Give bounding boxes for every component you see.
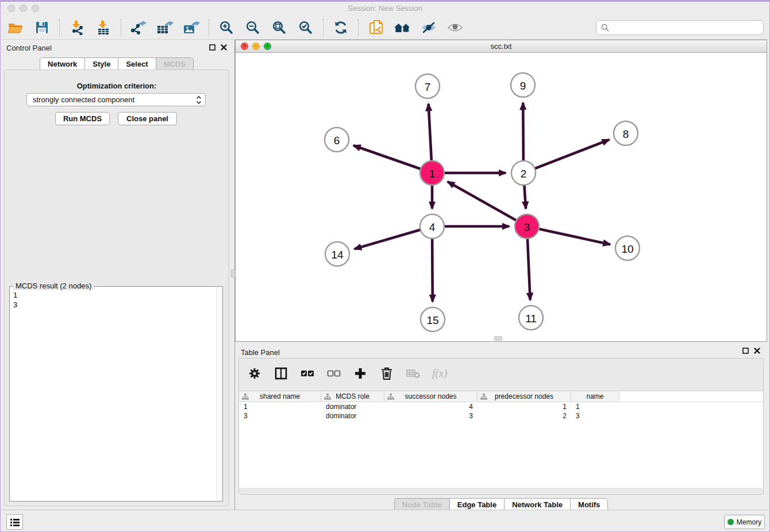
search-field[interactable] <box>596 20 764 35</box>
edge-1-7[interactable] <box>429 104 432 162</box>
search-icon <box>601 24 609 32</box>
float-panel-icon[interactable] <box>209 44 215 51</box>
edge-4-14[interactable] <box>355 229 422 249</box>
table-cell[interactable]: 2 <box>478 411 571 421</box>
table-cell[interactable]: dominator <box>321 402 384 411</box>
save-session-button[interactable] <box>30 18 53 37</box>
export-network-button[interactable] <box>127 18 150 37</box>
column-header-successor-nodes[interactable]: successor nodes <box>384 391 478 402</box>
zoom-fit-button[interactable] <box>268 18 291 37</box>
result-scrollbar[interactable] <box>216 287 222 500</box>
optimization-criterion-select[interactable]: strongly connected component <box>26 93 206 106</box>
zoom-selected-button[interactable] <box>294 18 317 37</box>
node-14[interactable]: 14 <box>325 242 349 266</box>
tab-style[interactable]: Style <box>84 57 118 71</box>
close-panel-icon[interactable] <box>221 44 227 51</box>
app-title: Session: New Session <box>1 4 769 13</box>
column-header-name[interactable]: name <box>571 391 619 402</box>
export-table-button[interactable] <box>153 18 176 37</box>
table-row[interactable]: 3dominator323 <box>239 411 763 421</box>
close-panel-button[interactable]: Close panel <box>118 112 177 125</box>
table-settings-button[interactable] <box>247 366 262 381</box>
node-4[interactable]: 4 <box>420 214 444 238</box>
horizontal-splitter-handle[interactable] <box>494 336 502 341</box>
plus-icon <box>354 367 367 380</box>
network-graph[interactable]: 7968124314101511 <box>236 53 767 341</box>
svg-text:7: 7 <box>425 81 431 93</box>
svg-text:6: 6 <box>334 134 340 147</box>
deselect-all-button[interactable] <box>326 366 341 381</box>
attribute-tree-icon <box>387 394 394 400</box>
edge-3-1[interactable] <box>448 182 517 221</box>
edge-2-9[interactable] <box>523 103 523 162</box>
node-10[interactable]: 10 <box>615 236 640 260</box>
edge-4-15[interactable] <box>432 237 433 302</box>
search-input[interactable] <box>612 24 759 32</box>
node-9[interactable]: 9 <box>511 73 535 97</box>
run-mcds-button[interactable]: Run MCDS <box>55 112 110 125</box>
network-window-titlebar[interactable]: ✕ − + scc.txt <box>236 40 767 53</box>
function-builder-button[interactable]: f(x) <box>432 367 447 380</box>
task-history-button[interactable] <box>6 514 23 530</box>
node-1[interactable]: 1 <box>420 161 444 185</box>
delete-table-icon <box>406 368 421 379</box>
table-cell[interactable]: 1 <box>571 402 619 411</box>
column-header-shared-name[interactable]: shared name <box>239 391 321 402</box>
table-cell[interactable]: 3 <box>384 411 478 421</box>
add-column-button[interactable] <box>353 366 368 381</box>
column-header-MCDS-role[interactable]: MCDS role <box>321 391 384 402</box>
select-all-button[interactable] <box>300 366 315 381</box>
table-cell[interactable]: 3 <box>239 411 321 421</box>
table-cell[interactable]: 1 <box>239 402 321 411</box>
first-neighbors-button[interactable] <box>364 18 387 37</box>
import-table-button[interactable] <box>92 18 115 37</box>
tab-mcds[interactable]: MCDS <box>156 57 194 71</box>
node-15[interactable]: 15 <box>421 307 445 331</box>
node-table[interactable]: shared nameMCDS rolesuccessor nodesprede… <box>239 391 763 488</box>
attribute-tree-icon <box>324 394 331 400</box>
column-view-button[interactable] <box>274 366 288 381</box>
column-header-predecessor-nodes[interactable]: predecessor nodes <box>478 391 571 402</box>
edge-3-11[interactable] <box>528 237 530 300</box>
table-cell[interactable]: 1 <box>478 402 571 411</box>
table-cell[interactable]: 4 <box>384 402 478 411</box>
zoom-out-button[interactable] <box>241 18 264 37</box>
table-toolbar: f(x) <box>239 358 763 388</box>
node-11[interactable]: 11 <box>519 306 543 330</box>
edge-1-6[interactable] <box>353 145 422 169</box>
mcds-result-box: MCDS result (2 nodes) 1 3 <box>9 286 223 502</box>
tab-network[interactable]: Network <box>40 57 85 71</box>
network-canvas[interactable]: 7968124314101511 <box>236 53 767 341</box>
tab-select[interactable]: Select <box>118 57 156 71</box>
node-7[interactable]: 7 <box>415 74 440 98</box>
table-cell[interactable]: dominator <box>321 411 384 421</box>
table-cell[interactable]: 3 <box>571 411 619 421</box>
edge-2-8[interactable] <box>534 140 609 169</box>
table-row[interactable]: 1dominator411 <box>239 402 763 411</box>
import-network-button[interactable] <box>66 18 88 37</box>
delete-column-button[interactable] <box>379 366 394 381</box>
close-panel-icon[interactable] <box>754 348 760 354</box>
node-8[interactable]: 8 <box>614 121 638 145</box>
gear-icon <box>248 367 261 380</box>
memory-button[interactable]: Memory <box>724 515 765 529</box>
node-2[interactable]: 2 <box>511 161 536 185</box>
export-image-icon <box>183 20 200 35</box>
node-3[interactable]: 3 <box>515 214 539 238</box>
hide-selected-button[interactable] <box>417 18 440 37</box>
refresh-button[interactable] <box>329 18 352 37</box>
edge-2-3[interactable] <box>524 184 526 209</box>
float-panel-icon[interactable] <box>742 348 749 354</box>
zoom-in-button[interactable] <box>215 18 238 37</box>
delete-table-button[interactable] <box>406 366 421 381</box>
svg-text:3: 3 <box>524 221 530 233</box>
show-all-button[interactable] <box>444 18 467 37</box>
mcds-result-text[interactable]: 1 3 <box>10 288 215 501</box>
open-session-button[interactable] <box>4 18 27 37</box>
home-button[interactable] <box>391 18 414 37</box>
first-neighbors-icon <box>368 20 383 36</box>
edge-3-10[interactable] <box>538 229 610 244</box>
zoom-fit-icon <box>272 20 287 35</box>
node-6[interactable]: 6 <box>325 128 349 152</box>
export-image-button[interactable] <box>180 18 203 37</box>
